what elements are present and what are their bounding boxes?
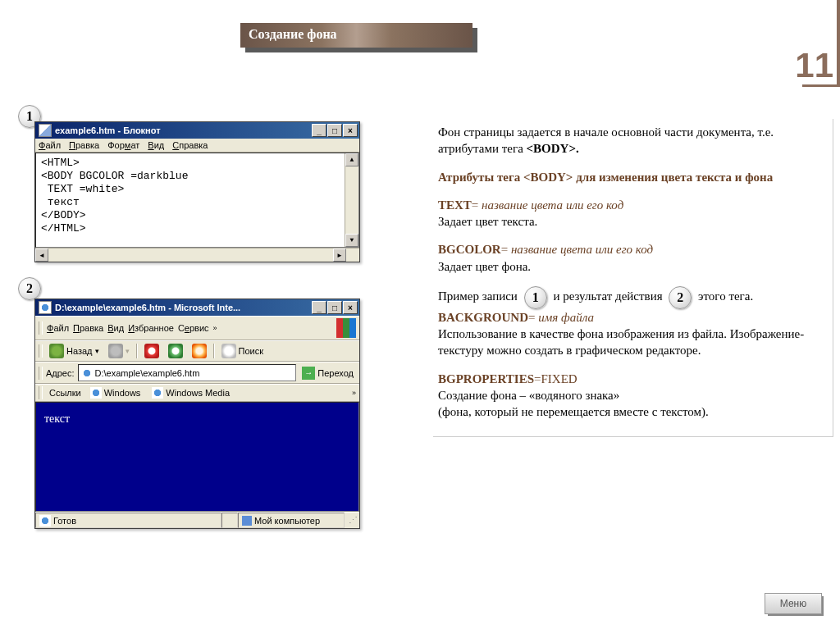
minimize-button[interactable]: _: [312, 301, 326, 314]
step-badge-2: 2: [18, 277, 41, 300]
menu-edit[interactable]: Правка: [73, 323, 103, 333]
maximize-button[interactable]: □: [327, 124, 342, 137]
menu-favorites[interactable]: Избранное: [128, 323, 174, 333]
status-zone: Мой компьютер: [254, 516, 320, 526]
menu-tools[interactable]: Сервис: [178, 323, 209, 333]
links-bar: Ссылки Windows Windows Media »: [35, 384, 359, 402]
menu-format[interactable]: Формат: [107, 140, 139, 150]
horizontal-scrollbar[interactable]: ◄►: [35, 248, 359, 262]
notepad-textarea[interactable]: <HTML> <BODY BGCOLOR =darkblue TEXT =whi…: [35, 153, 359, 248]
status-bar: Готов Мой компьютер ⋰: [35, 512, 359, 528]
inline-badge-2: 2: [669, 286, 692, 309]
page-decor-vertical: [837, 0, 840, 84]
menu-file[interactable]: Файл: [47, 323, 69, 333]
browser-window: D:\example\example6.htm - Microsoft Inte…: [34, 299, 360, 529]
notepad-title: example6.htm - Блокнот: [55, 125, 312, 135]
links-overflow[interactable]: »: [352, 389, 356, 397]
browser-title: D:\example\example6.htm - Microsoft Inte…: [55, 303, 312, 312]
refresh-button[interactable]: [166, 343, 185, 359]
close-button[interactable]: ×: [343, 124, 358, 137]
link-windows-media[interactable]: Windows Media: [149, 386, 232, 399]
inline-badge-1: 1: [524, 286, 547, 309]
menu-button[interactable]: Меню: [765, 593, 822, 614]
browser-menubar: Файл Правка Вид Избранное Сервис »: [35, 316, 359, 340]
notepad-window: example6.htm - Блокнот _ □ × Файл Правка…: [34, 121, 360, 262]
menu-help[interactable]: Справка: [172, 140, 208, 150]
maximize-button[interactable]: □: [327, 301, 342, 314]
notepad-menubar: Файл Правка Формат Вид Справка: [35, 139, 359, 153]
slide-title-banner: Создание фона: [240, 23, 472, 48]
menu-overflow[interactable]: »: [213, 324, 217, 332]
status-icon: [39, 515, 51, 526]
menu-file[interactable]: Файл: [39, 140, 61, 150]
slide-title: Создание фона: [240, 23, 472, 48]
address-label: Адрес:: [46, 368, 75, 378]
search-button[interactable]: Поиск: [219, 343, 266, 359]
ie-icon: [39, 301, 52, 314]
address-bar: Адрес: D:\example\example6.htm →Переход: [35, 362, 359, 384]
page-icon: [81, 367, 93, 379]
windows-flag-icon: [336, 318, 356, 338]
page-number: 11: [795, 46, 833, 85]
links-label: Ссылки: [49, 388, 81, 398]
notepad-code: <HTML> <BODY BGCOLOR =darkblue TEXT =whi…: [41, 157, 188, 235]
stop-button[interactable]: [142, 343, 162, 359]
menu-edit[interactable]: Правка: [69, 140, 99, 150]
browser-toolbar: Назад▾ ▾ Поиск: [35, 340, 359, 362]
forward-button[interactable]: ▾: [106, 343, 132, 359]
close-button[interactable]: ×: [343, 301, 358, 314]
menu-view[interactable]: Вид: [107, 323, 124, 333]
back-button[interactable]: Назад▾: [47, 343, 102, 359]
page-text: текст: [44, 412, 70, 425]
browser-titlebar[interactable]: D:\example\example6.htm - Microsoft Inte…: [35, 299, 359, 316]
menu-view[interactable]: Вид: [148, 140, 164, 150]
vertical-scrollbar[interactable]: ▲▼: [345, 153, 358, 247]
status-text: Готов: [53, 516, 76, 526]
computer-icon: [242, 516, 252, 526]
content-text: Фон страницы задается в начале основной …: [433, 119, 833, 437]
go-button[interactable]: →Переход: [299, 366, 356, 381]
address-input[interactable]: D:\example\example6.htm: [78, 364, 297, 381]
minimize-button[interactable]: _: [312, 124, 326, 137]
notepad-titlebar[interactable]: example6.htm - Блокнот _ □ ×: [35, 122, 359, 139]
home-button[interactable]: [189, 343, 209, 359]
browser-viewport: текст: [35, 402, 359, 512]
address-value: D:\example\example6.htm: [95, 368, 200, 378]
resize-grip[interactable]: ⋰: [345, 515, 359, 526]
notepad-icon: [39, 124, 52, 137]
link-windows[interactable]: Windows: [88, 386, 144, 399]
